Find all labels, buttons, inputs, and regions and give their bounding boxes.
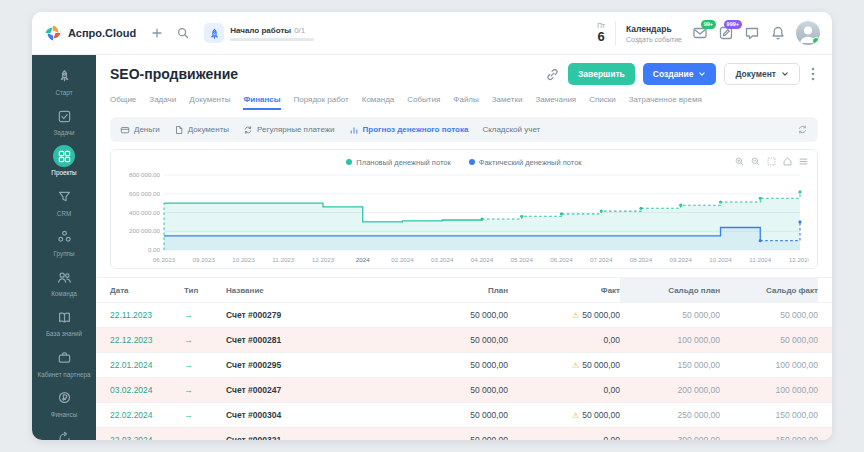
online-indicator xyxy=(812,37,820,45)
fact-value: 50 000,00 xyxy=(582,360,620,370)
sidebar-item-partner[interactable]: Кабинет партнера xyxy=(34,343,94,383)
onboarding-widget[interactable]: Начало работы0/1 xyxy=(204,23,314,43)
home-icon[interactable] xyxy=(782,156,793,167)
bell-icon xyxy=(770,25,786,41)
sidebar-item-start[interactable]: Старт xyxy=(34,61,94,101)
mail-button[interactable]: 99+ xyxy=(692,25,708,41)
today-date[interactable]: Пт 6 xyxy=(597,23,605,44)
svg-text:04.2024: 04.2024 xyxy=(471,256,494,263)
sidebar-item-finance[interactable]: Финансы xyxy=(34,383,94,423)
table-row[interactable]: 03.02.2024→Счет #00024750 000,000,00200 … xyxy=(96,377,832,402)
finance-subtab[interactable]: Прогноз денежного потока xyxy=(349,125,469,135)
date-link[interactable]: 22.11.2023 xyxy=(110,310,152,320)
table-row[interactable]: 22.03.2024→Счет #00032150 000,000,00300 … xyxy=(96,427,832,440)
column-header[interactable]: Факт xyxy=(508,278,620,302)
column-header[interactable]: Дата xyxy=(110,278,184,302)
column-header[interactable]: Тип xyxy=(184,278,226,302)
date-link[interactable]: 22.03.2024 xyxy=(110,435,153,440)
project-tab[interactable]: Документы xyxy=(189,92,230,110)
date-link[interactable]: 22.12.2023 xyxy=(110,335,153,345)
finance-subtab[interactable]: Деньги xyxy=(120,125,160,135)
zoom-out-icon[interactable] xyxy=(750,156,761,167)
copy-link-icon[interactable] xyxy=(545,67,560,82)
quick-add-button[interactable] xyxy=(150,26,164,40)
svg-text:12.2023: 12.2023 xyxy=(312,256,335,263)
document-button[interactable]: Документ xyxy=(724,63,800,85)
divider xyxy=(615,21,616,45)
topbar: Аспро.Cloud Начало работы0/1 Пт 6 Календ… xyxy=(32,12,832,55)
arrow-right-icon: → xyxy=(184,435,193,440)
column-header[interactable]: План xyxy=(400,278,508,302)
date-link[interactable]: 22.02.2024 xyxy=(110,410,153,420)
date-link[interactable]: 03.02.2024 xyxy=(110,385,153,395)
calendar-widget[interactable]: Календарь Создать событие xyxy=(626,24,682,43)
project-tab[interactable]: Задачи xyxy=(149,92,176,110)
column-header[interactable]: Сальдо факт xyxy=(720,278,818,302)
table-row[interactable]: 22.01.2024→Счет #00029550 000,00⚠50 000,… xyxy=(96,352,832,377)
project-tab[interactable]: Затраченное время xyxy=(629,92,702,110)
chat-button[interactable] xyxy=(744,25,760,41)
start-icon xyxy=(53,65,75,87)
project-tab[interactable]: Заметки xyxy=(492,92,523,110)
sidebar-item-knowledge[interactable]: База знаний xyxy=(34,302,94,342)
invoice-link[interactable]: Счет #000304 xyxy=(226,410,281,420)
arrow-right-icon: → xyxy=(184,335,193,345)
project-tab[interactable]: Замечания xyxy=(535,92,576,110)
finance-subtab[interactable]: Регулярные платежи xyxy=(243,125,335,135)
saldo-fact-value: 50 000,00 xyxy=(780,335,818,345)
svg-text:200 000.00: 200 000.00 xyxy=(129,227,161,234)
table-row[interactable]: 22.02.2024→Счет #00030450 000,00⚠50 000,… xyxy=(96,402,832,427)
legend-item[interactable]: Плановый денежный поток xyxy=(346,158,450,167)
partner-icon xyxy=(53,347,75,369)
arrow-right-icon: → xyxy=(184,385,193,395)
sidebar-item-tasks[interactable]: Задачи xyxy=(34,101,94,141)
create-button[interactable]: Создание xyxy=(643,63,717,85)
menu-icon[interactable] xyxy=(798,156,809,167)
invoice-link[interactable]: Счет #000321 xyxy=(226,435,281,440)
complete-button[interactable]: Завершить xyxy=(568,63,635,85)
invoice-link[interactable]: Счет #000279 xyxy=(226,310,281,320)
notifications-button[interactable] xyxy=(770,25,786,41)
search-button[interactable] xyxy=(176,26,190,40)
finance-subtab[interactable]: Складской учет xyxy=(482,125,540,134)
invoice-link[interactable]: Счет #000247 xyxy=(226,385,281,395)
user-avatar[interactable] xyxy=(796,21,820,45)
legend-dot-icon xyxy=(346,159,352,165)
zoom-in-icon[interactable] xyxy=(734,156,745,167)
sidebar-item-groups[interactable]: Группы xyxy=(34,222,94,262)
sidebar-item-agile[interactable]: Agile xyxy=(34,423,94,440)
table-row[interactable]: 22.11.2023→Счет #00027950 000,00⚠50 000,… xyxy=(96,302,832,327)
project-tab[interactable]: Общие xyxy=(110,92,136,110)
finance-subtab[interactable]: Документы xyxy=(174,125,229,135)
table-row[interactable]: 22.12.2023→Счет #00028150 000,000,00100 … xyxy=(96,327,832,352)
box-select-icon[interactable] xyxy=(766,156,777,167)
project-tab[interactable]: Финансы xyxy=(243,92,280,110)
project-tab[interactable]: Порядок работ xyxy=(294,92,349,110)
sidebar-item-label: База знаний xyxy=(46,330,82,337)
project-tab[interactable]: Списки xyxy=(589,92,616,110)
app-window: Аспро.Cloud Начало работы0/1 Пт 6 Календ… xyxy=(32,12,832,440)
app-logo-icon[interactable] xyxy=(44,24,62,42)
column-header[interactable]: Сальдо план xyxy=(620,278,720,302)
svg-text:400 000.00: 400 000.00 xyxy=(129,209,161,216)
invoice-link[interactable]: Счет #000295 xyxy=(226,360,281,370)
project-tab[interactable]: Файлы xyxy=(453,92,478,110)
sync-icon[interactable] xyxy=(797,124,808,135)
fact-value: 50 000,00 xyxy=(582,310,620,320)
project-tab[interactable]: Команда xyxy=(362,92,395,110)
more-options-button[interactable] xyxy=(808,66,818,82)
fact-value: 0,00 xyxy=(603,435,620,440)
cashflow-table: ДатаТипНазваниеПланФактСальдо планСальдо… xyxy=(96,277,832,440)
invoice-link[interactable]: Счет #000281 xyxy=(226,335,281,345)
cashflow-chart[interactable]: 0.00200 000.00400 000.00600 000.00800 00… xyxy=(119,168,809,266)
date-link[interactable]: 22.01.2024 xyxy=(110,360,153,370)
sidebar-item-projects[interactable]: Проекты xyxy=(34,141,94,181)
project-tab[interactable]: События xyxy=(407,92,440,110)
chart-controls xyxy=(734,156,809,167)
legend-item[interactable]: Фактический денежный поток xyxy=(469,158,582,167)
finance-subtabs: ДеньгиДокументыРегулярные платежиПрогноз… xyxy=(110,117,818,142)
sidebar-item-crm[interactable]: CRM xyxy=(34,182,94,222)
column-header[interactable]: Название xyxy=(226,278,400,302)
notes-button[interactable]: 999+ xyxy=(718,25,734,41)
sidebar-item-team[interactable]: Команда xyxy=(34,262,94,302)
